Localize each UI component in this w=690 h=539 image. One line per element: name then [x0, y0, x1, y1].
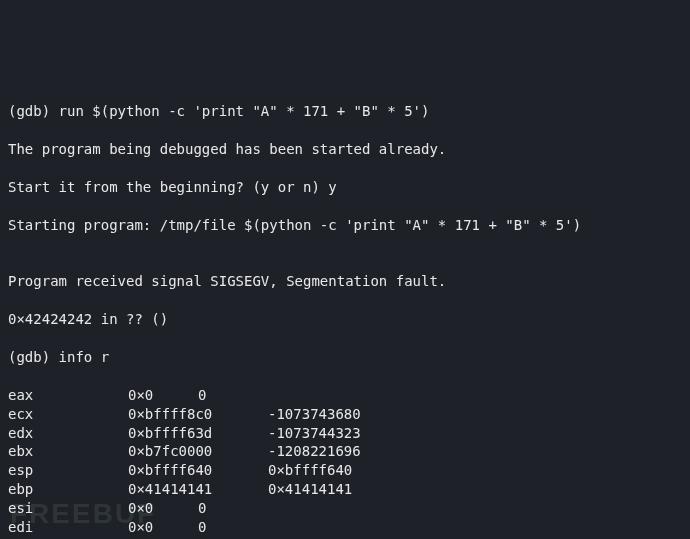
msg-restart-prompt: Start it from the beginning? (y or n) y	[8, 178, 682, 197]
reg-dec: 0	[198, 519, 206, 535]
reg-name: edx	[8, 424, 128, 443]
reg-dec: 0×41414141	[268, 481, 352, 497]
reg-name: esp	[8, 461, 128, 480]
reg-name: edi	[8, 518, 128, 537]
reg-hex: 0×bffff8c0	[128, 405, 268, 424]
reg-dec: 0×bffff640	[268, 462, 352, 478]
gdb-run-line: (gdb) run $(python -c 'print "A" * 171 +…	[8, 102, 682, 121]
reg-dec: -1073744323	[268, 425, 361, 441]
terminal-output[interactable]: (gdb) run $(python -c 'print "A" * 171 +…	[8, 84, 682, 539]
reg-hex: 0×41414141	[128, 480, 268, 499]
reg-name: esi	[8, 499, 128, 518]
register-row: ebx0×b7fc0000-1208221696	[8, 442, 682, 461]
reg-hex: 0×bffff640	[128, 461, 268, 480]
register-row: esi0×00	[8, 499, 682, 518]
reg-name: ebx	[8, 442, 128, 461]
reg-name: eax	[8, 386, 128, 405]
register-row: eax0×00	[8, 386, 682, 405]
reg-name: ebp	[8, 480, 128, 499]
gdb-info-r-line: (gdb) info r	[8, 348, 682, 367]
reg-hex: 0×b7fc0000	[128, 442, 268, 461]
reg-dec: 0	[198, 500, 206, 516]
register-row: edi0×00	[8, 518, 682, 537]
register-row: edx0×bffff63d-1073744323	[8, 424, 682, 443]
reg-dec: -1208221696	[268, 443, 361, 459]
reg-hex: 0×0	[128, 386, 198, 405]
msg-starting-program: Starting program: /tmp/file $(python -c …	[8, 216, 682, 235]
reg-hex: 0×0	[128, 499, 198, 518]
msg-crash-location: 0×42424242 in ?? ()	[8, 310, 682, 329]
register-row: esp0×bffff6400×bffff640	[8, 461, 682, 480]
reg-dec: 0	[198, 387, 206, 403]
register-row: ebp0×414141410×41414141	[8, 480, 682, 499]
reg-hex: 0×0	[128, 518, 198, 537]
msg-sigsegv: Program received signal SIGSEGV, Segment…	[8, 272, 682, 291]
msg-already-started: The program being debugged has been star…	[8, 140, 682, 159]
reg-hex: 0×bffff63d	[128, 424, 268, 443]
reg-dec: -1073743680	[268, 406, 361, 422]
reg-name: ecx	[8, 405, 128, 424]
register-row: ecx0×bffff8c0-1073743680	[8, 405, 682, 424]
